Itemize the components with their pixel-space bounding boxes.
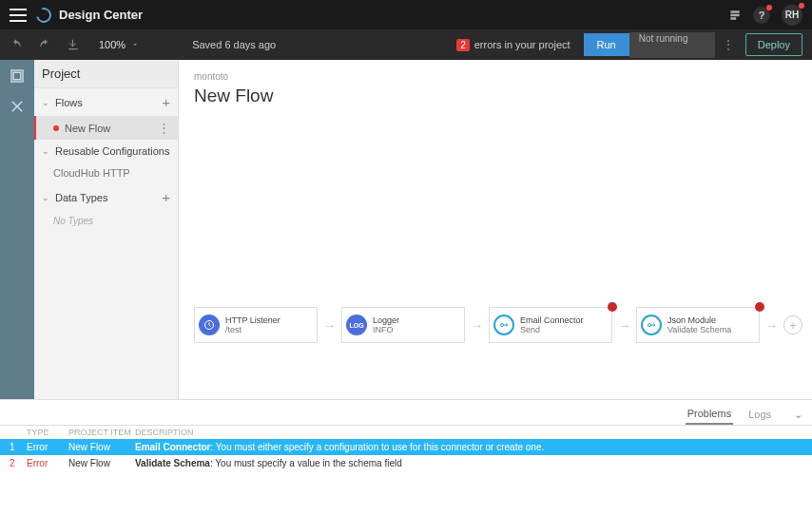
chevron-down-icon: ⌄ — [42, 98, 49, 107]
sidebar-section-label: Reusable Configurations — [55, 145, 169, 157]
dependencies-icon[interactable] — [9, 98, 26, 115]
row-item: New Flow — [68, 442, 135, 452]
card-title: Json Module — [667, 315, 731, 325]
row-type: Error — [27, 458, 68, 468]
brand-logo-icon — [33, 5, 54, 26]
svg-point-4 — [648, 324, 651, 327]
problem-row[interactable]: 1ErrorNew FlowEmail Connector: You must … — [0, 439, 812, 455]
svg-point-3 — [501, 324, 504, 327]
svg-rect-1 — [13, 72, 21, 80]
card-title: Logger — [373, 315, 399, 325]
flow-card[interactable]: Email ConnectorSend — [489, 307, 612, 343]
row-item: New Flow — [68, 458, 135, 468]
sidebar-item-cloudhub[interactable]: CloudHub HTTP — [34, 162, 178, 183]
tab-logs[interactable]: Logs — [746, 405, 773, 424]
problems-table: TYPE PROJECT ITEM DESCRIPTION 1ErrorNew … — [0, 426, 812, 471]
connector-icon — [641, 315, 662, 335]
http-icon — [199, 315, 220, 335]
download-icon[interactable] — [67, 38, 80, 51]
col-type: TYPE — [27, 428, 68, 437]
connector-icon — [493, 315, 514, 335]
flow-title: New Flow — [194, 86, 797, 106]
chevron-down-icon: ⌄ — [42, 193, 49, 202]
collapse-panel-icon[interactable]: ⌄ — [794, 409, 802, 421]
save-status: Saved 6 days ago — [192, 39, 276, 50]
brand: Design Center — [36, 8, 143, 23]
row-desc: Validate Schema: You must specify a valu… — [135, 458, 802, 468]
card-title: Email Connector — [520, 315, 584, 325]
left-rail — [0, 60, 34, 399]
row-desc: Email Connector: You must either specify… — [135, 442, 802, 452]
sidebar: Project ⌄ Flows + New Flow ⋮ ⌄ Reusable … — [34, 60, 179, 399]
tab-problems[interactable]: Problems — [686, 404, 733, 425]
error-badge-icon — [608, 302, 617, 312]
sidebar-section-datatypes[interactable]: ⌄ Data Types + — [34, 183, 178, 211]
error-badge-icon — [755, 302, 764, 312]
chevron-down-icon: ⌄ — [42, 146, 49, 156]
menu-icon[interactable] — [10, 9, 27, 22]
notification-dot-icon — [799, 3, 804, 9]
card-subtitle: Validate Schema — [667, 325, 731, 334]
sidebar-section-label: Data Types — [55, 192, 107, 203]
arrow-icon: → — [765, 318, 778, 333]
sidebar-empty-datatypes: No Types — [34, 211, 178, 231]
sidebar-section-flows[interactable]: ⌄ Flows + — [34, 88, 178, 116]
flow-row: HTTP Listener/test→LOGLoggerINFO→Email C… — [194, 307, 802, 343]
error-count-badge[interactable]: 2 — [456, 39, 470, 51]
card-subtitle: Send — [520, 325, 584, 334]
item-menu-icon[interactable]: ⋮ — [158, 121, 170, 135]
avatar[interactable]: RH — [782, 5, 802, 26]
flow-card[interactable]: LOGLoggerINFO — [341, 307, 465, 343]
top-bar: Design Center ? RH — [0, 0, 812, 29]
flow-card[interactable]: Json ModuleValidate Schema — [636, 307, 760, 343]
card-title: HTTP Listener — [225, 315, 280, 325]
redo-icon[interactable] — [38, 38, 51, 51]
sidebar-section-label: Flows — [55, 97, 83, 108]
row-number: 2 — [10, 458, 27, 468]
table-header: TYPE PROJECT ITEM DESCRIPTION — [0, 426, 812, 439]
card-subtitle: INFO — [373, 325, 399, 334]
col-desc: DESCRIPTION — [135, 428, 802, 437]
flow-card[interactable]: HTTP Listener/test — [194, 307, 318, 343]
add-flow-icon[interactable]: + — [162, 94, 170, 110]
app-title: Design Center — [59, 8, 143, 22]
arrow-icon: → — [471, 318, 483, 333]
undo-icon[interactable] — [10, 38, 23, 51]
sidebar-section-reusable[interactable]: ⌄ Reusable Configurations — [34, 140, 178, 162]
canvas[interactable]: montoto New Flow HTTP Listener/test→LOGL… — [179, 60, 812, 399]
problem-row[interactable]: 2ErrorNew FlowValidate Schema: You must … — [0, 455, 812, 471]
error-text[interactable]: errors in your project — [474, 39, 570, 50]
arrow-icon: → — [618, 318, 630, 333]
help-icon[interactable]: ? — [753, 7, 770, 24]
breadcrumb[interactable]: montoto — [194, 71, 797, 82]
add-card-button[interactable]: + — [783, 315, 802, 334]
card-subtitle: /test — [225, 325, 280, 334]
notification-dot-icon — [766, 5, 772, 10]
add-datatype-icon[interactable]: + — [162, 189, 170, 205]
sidebar-title: Project — [34, 60, 178, 88]
project-icon[interactable] — [9, 67, 26, 85]
arrow-icon: → — [323, 318, 336, 333]
col-item: PROJECT ITEM — [68, 428, 135, 437]
error-indicator-icon — [53, 125, 59, 131]
logger-icon: LOG — [346, 315, 367, 335]
bottom-tabs: Problems Logs ⌄ — [0, 400, 812, 426]
run-status: Not running — [629, 32, 715, 58]
bottom-panel: Problems Logs ⌄ TYPE PROJECT ITEM DESCRI… — [0, 399, 812, 515]
sidebar-item-new-flow[interactable]: New Flow ⋮ — [34, 116, 178, 140]
exchange-icon[interactable] — [728, 9, 742, 22]
run-options-icon[interactable]: ⋮ — [719, 37, 738, 52]
run-button[interactable]: Run — [584, 33, 629, 56]
row-type: Error — [27, 442, 68, 452]
sidebar-item-label: New Flow — [65, 123, 110, 134]
row-number: 1 — [10, 442, 27, 452]
chevron-down-icon[interactable] — [131, 41, 139, 48]
deploy-button[interactable]: Deploy — [745, 33, 802, 56]
zoom-level[interactable]: 100% — [99, 39, 126, 50]
action-bar: 100% Saved 6 days ago 2 errors in your p… — [0, 29, 812, 60]
